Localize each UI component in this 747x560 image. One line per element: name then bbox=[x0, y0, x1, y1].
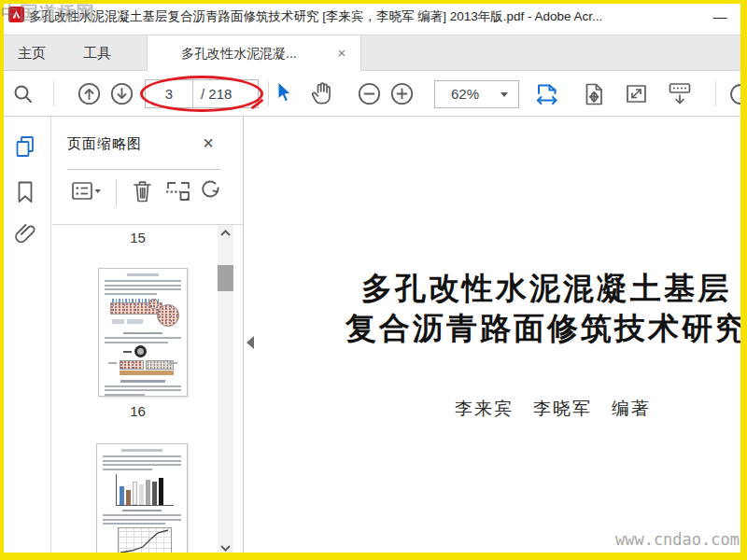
scroll-up-icon[interactable] bbox=[218, 225, 233, 241]
thumbnail-label-16: 16 bbox=[93, 403, 182, 419]
panel-close-icon[interactable]: × bbox=[197, 133, 219, 155]
thumbnail-bar-chart bbox=[116, 474, 174, 506]
window-title: 多孔改性水泥混凝土基层复合沥青路面修筑技术研究 [李来宾，李晓军 编著] 201… bbox=[29, 8, 602, 25]
tab-tools[interactable]: 工具 bbox=[73, 35, 121, 71]
fit-width-button[interactable] bbox=[534, 81, 560, 107]
thumbnail-page-17[interactable] bbox=[96, 443, 188, 560]
document-byline: 李来宾 李晓军 编著 bbox=[403, 397, 702, 421]
toolbar-separator bbox=[715, 81, 716, 106]
zoom-in-button[interactable] bbox=[390, 82, 414, 105]
fit-page-button[interactable] bbox=[583, 81, 606, 107]
previous-page-button[interactable] bbox=[78, 82, 101, 105]
thumbnail-page-16[interactable] bbox=[98, 268, 188, 397]
zoom-level-dropdown[interactable]: 62% bbox=[434, 80, 519, 108]
document-page[interactable]: 多孔改性水泥混凝土基层 复合沥青路面修筑技术研究 李来宾 李晓军 编著 www.… bbox=[245, 117, 747, 556]
frame-border bbox=[0, 553, 747, 560]
minimize-button[interactable]: — bbox=[706, 6, 734, 30]
tab-close-icon[interactable]: × bbox=[332, 44, 351, 63]
thumbnail-figure bbox=[110, 299, 179, 329]
tab-home[interactable]: 主页 bbox=[7, 35, 56, 71]
site-watermark: www.cndao.com bbox=[599, 530, 740, 549]
page-thumbnails-panel: 页面缩略图 × 15 bbox=[52, 117, 244, 556]
toolbar-separator bbox=[53, 81, 54, 106]
page-thumbnails-icon[interactable] bbox=[10, 132, 40, 161]
document-title-line1: 多孔改性水泥混凝土基层 bbox=[345, 269, 747, 309]
thumbnails-scrollbar[interactable] bbox=[218, 225, 233, 556]
navigation-pane-strip bbox=[0, 117, 51, 556]
panel-title: 页面缩略图 bbox=[67, 135, 142, 153]
document-title-line2: 复合沥青路面修筑技术研究 bbox=[345, 309, 747, 349]
delete-pages-icon[interactable] bbox=[131, 178, 154, 204]
tab-document[interactable]: 多孔改性水泥混凝... × bbox=[147, 35, 361, 72]
title-bar: 多孔改性水泥混凝土基层复合沥青路面修筑技术研究 [李来宾，李晓军 编著] 201… bbox=[0, 0, 747, 35]
corner-watermark: 中国道桥网 bbox=[1, 1, 94, 26]
actual-size-button[interactable] bbox=[625, 83, 649, 105]
thumbnail-label-15: 15 bbox=[93, 230, 182, 245]
frame-border bbox=[740, 0, 747, 560]
select-tool-icon[interactable] bbox=[274, 80, 293, 105]
zoom-out-button[interactable] bbox=[358, 82, 381, 105]
tab-document-label: 多孔改性水泥混凝... bbox=[181, 35, 321, 71]
tab-bar: 主页 工具 多孔改性水泥混凝... × bbox=[0, 35, 747, 71]
document-title: 多孔改性水泥混凝土基层 复合沥青路面修筑技术研究 bbox=[345, 269, 747, 349]
chevron-left-icon bbox=[247, 336, 254, 349]
frame-border bbox=[0, 0, 4, 560]
thumbnail-options-menu[interactable] bbox=[71, 180, 103, 203]
main-toolbar: 3 / 218 62% bbox=[0, 71, 747, 117]
page-setup-icon[interactable] bbox=[163, 179, 193, 203]
divider bbox=[116, 179, 117, 207]
zoom-level-value: 62% bbox=[451, 81, 479, 107]
chevron-down-icon bbox=[500, 92, 508, 97]
collapse-panel-handle[interactable] bbox=[246, 334, 255, 351]
bookmarks-icon[interactable] bbox=[10, 176, 40, 206]
thumbnail-line-chart bbox=[118, 527, 172, 555]
attachments-icon[interactable] bbox=[10, 219, 40, 249]
rotate-pages-icon[interactable] bbox=[199, 179, 221, 203]
page-number-annotation-circle bbox=[140, 76, 263, 112]
divider bbox=[52, 224, 243, 225]
next-page-button[interactable] bbox=[110, 82, 134, 105]
acrobat-window: 多孔改性水泥混凝土基层复合沥青路面修筑技术研究 [李来宾，李晓军 编著] 201… bbox=[0, 0, 747, 560]
hide-toolbar-button[interactable] bbox=[667, 81, 693, 106]
search-icon[interactable] bbox=[12, 83, 35, 105]
divider bbox=[67, 169, 220, 170]
thumbnail-figure bbox=[106, 345, 179, 376]
toolbar-separator bbox=[268, 81, 269, 106]
scrollbar-handle[interactable] bbox=[218, 265, 233, 291]
hand-tool-icon[interactable] bbox=[308, 80, 336, 107]
frame-border bbox=[0, 0, 747, 4]
